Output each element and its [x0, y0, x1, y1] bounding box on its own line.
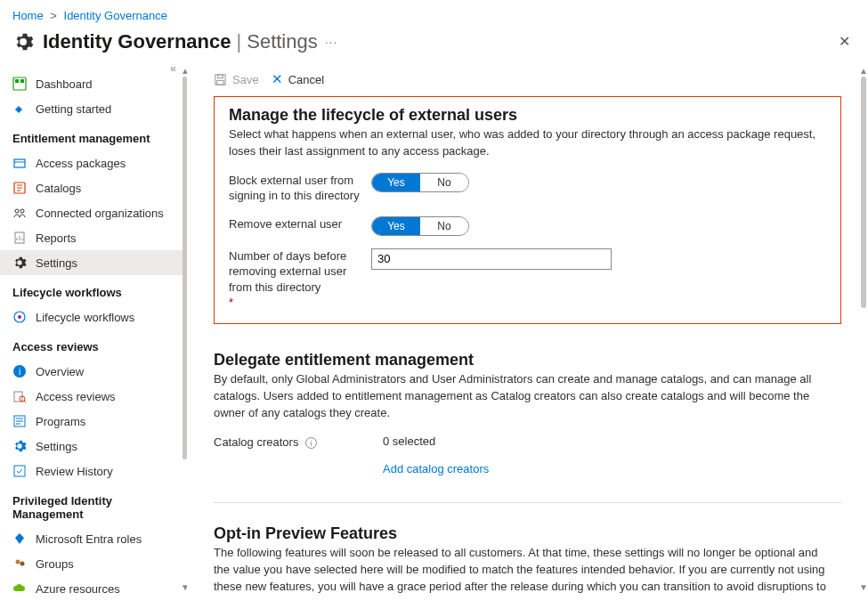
scroll-down-icon[interactable]: ▼ [858, 582, 868, 593]
scroll-down-icon[interactable]: ▼ [180, 582, 187, 593]
remove-user-toggle[interactable]: Yes No [371, 216, 469, 236]
sidebar-item-label: Access packages [36, 157, 126, 170]
delegate-desc: By default, only Global Administrators a… [214, 371, 837, 422]
sidebar-header-access-reviews: Access reviews [0, 329, 187, 359]
sidebar-item-label: Programs [36, 415, 85, 428]
sidebar-item-label: Reports [36, 231, 77, 245]
sidebar-item-entra-roles[interactable]: Microsoft Entra roles [0, 526, 187, 551]
scroll-up-icon[interactable]: ▲ [180, 66, 187, 77]
sidebar-item-connected-orgs[interactable]: Connected organizations [0, 200, 187, 225]
collapse-sidebar-icon[interactable]: « [170, 64, 176, 75]
breadcrumb-home[interactable]: Home [12, 9, 44, 22]
cloud-icon [12, 581, 27, 595]
cancel-button[interactable]: ✕ Cancel [272, 71, 324, 87]
sidebar-item-access-reviews[interactable]: Access reviews [0, 384, 187, 409]
sidebar-item-label: Connected organizations [36, 207, 164, 220]
divider [214, 502, 841, 503]
gear-icon [12, 439, 27, 453]
sidebar-item-dashboard[interactable]: Dashboard [0, 71, 187, 96]
sidebar: « Dashboard Getting started Entitlement … [0, 64, 187, 595]
svg-rect-19 [218, 74, 223, 77]
sidebar-item-access-packages[interactable]: Access packages [0, 150, 187, 175]
sidebar-item-label: Catalogs [36, 182, 81, 195]
sidebar-item-programs[interactable]: Programs [0, 409, 187, 434]
sidebar-item-label: Microsoft Entra roles [36, 532, 142, 546]
sidebar-item-label: Overview [36, 365, 84, 378]
svg-rect-15 [14, 466, 25, 476]
catalog-icon [12, 181, 27, 195]
sidebar-item-label: Azure resources [36, 582, 120, 596]
sidebar-item-label: Review History [36, 465, 113, 478]
sidebar-item-review-history[interactable]: Review History [0, 459, 187, 483]
page-title: Identity Governance [43, 30, 231, 53]
breadcrumb-ig[interactable]: Identity Governance [64, 9, 167, 22]
cancel-icon: ✕ [272, 71, 283, 87]
sidebar-item-lifecycle-workflows[interactable]: Lifecycle workflows [0, 305, 187, 329]
svg-rect-3 [14, 159, 25, 167]
sidebar-item-getting-started[interactable]: Getting started [0, 96, 187, 121]
save-button[interactable]: Save [214, 73, 259, 86]
preview-section: Opt-in Preview Features The following fe… [214, 524, 841, 595]
reports-icon [12, 231, 27, 245]
catalog-creators-label: Catalog creators i [214, 435, 383, 451]
toggle-no[interactable]: No [420, 174, 468, 191]
sidebar-item-reports[interactable]: Reports [0, 225, 187, 250]
catalog-creators-text: Catalog creators [214, 435, 298, 449]
main-scroll-thumb[interactable] [861, 77, 866, 308]
toolbar: Save ✕ Cancel [187, 64, 868, 96]
lifecycle-highlight-box: Manage the lifecycle of external users S… [214, 96, 841, 324]
sidebar-item-settings[interactable]: Settings [0, 250, 187, 275]
breadcrumb: Home > Identity Governance [0, 0, 868, 28]
gear-icon [12, 256, 27, 270]
svg-point-6 [20, 209, 24, 213]
main-content: Save ✕ Cancel Manage the lifecycle of ex… [187, 64, 868, 595]
toggle-yes[interactable]: Yes [372, 174, 420, 191]
more-icon[interactable]: ··· [325, 35, 338, 49]
title-separator: | [237, 30, 242, 53]
block-user-label: Block external user from signing in to t… [229, 173, 371, 204]
sidebar-item-label: Settings [36, 256, 77, 270]
required-asterisk: * [229, 296, 233, 309]
dashboard-icon [12, 77, 27, 91]
delegate-title: Delegate entitlement management [214, 351, 841, 370]
save-icon [214, 73, 227, 86]
sidebar-item-label: Lifecycle workflows [36, 311, 134, 324]
days-label-text: Number of days before removing external … [229, 249, 346, 294]
info-icon: i [12, 364, 27, 378]
main-scrollbar[interactable]: ▲ ▼ [861, 64, 866, 595]
sidebar-item-label: Settings [36, 440, 77, 453]
toggle-no[interactable]: No [420, 217, 468, 235]
rocket-icon [12, 102, 27, 116]
gear-icon [12, 31, 34, 53]
cancel-label: Cancel [288, 73, 324, 86]
preview-desc: The following features will soon be rele… [214, 545, 837, 595]
delegate-section: Delegate entitlement management By defau… [214, 351, 841, 475]
sidebar-header-entitlement: Entitlement management [0, 121, 187, 150]
svg-rect-2 [20, 79, 24, 83]
history-icon [12, 464, 27, 478]
toggle-yes[interactable]: Yes [372, 217, 420, 235]
sidebar-item-azure-resources[interactable]: Azure resources [0, 576, 187, 595]
svg-rect-20 [217, 80, 224, 85]
svg-point-5 [15, 209, 19, 213]
svg-point-17 [20, 562, 25, 566]
sidebar-item-groups[interactable]: Groups [0, 551, 187, 576]
sidebar-item-ar-settings[interactable]: Settings [0, 434, 187, 459]
groups-icon [12, 556, 27, 571]
add-catalog-creators-link[interactable]: Add catalog creators [383, 462, 489, 475]
sidebar-header-pim: Privileged Identity Management [0, 483, 187, 526]
preview-title: Opt-in Preview Features [214, 524, 841, 543]
block-user-toggle[interactable]: Yes No [371, 173, 469, 192]
workflow-icon [12, 310, 27, 324]
programs-icon [12, 414, 27, 428]
days-input[interactable] [371, 248, 612, 270]
sidebar-item-label: Dashboard [36, 77, 93, 91]
close-icon[interactable]: ✕ [833, 28, 856, 55]
info-icon[interactable]: i [305, 437, 317, 449]
sidebar-item-catalogs[interactable]: Catalogs [0, 175, 187, 200]
sidebar-item-label: Groups [36, 557, 74, 571]
sidebar-item-overview[interactable]: i Overview [0, 359, 187, 384]
lifecycle-title: Manage the lifecycle of external users [229, 106, 826, 125]
sidebar-header-lifecycle: Lifecycle workflows [0, 275, 187, 305]
scroll-up-icon[interactable]: ▲ [858, 66, 868, 77]
